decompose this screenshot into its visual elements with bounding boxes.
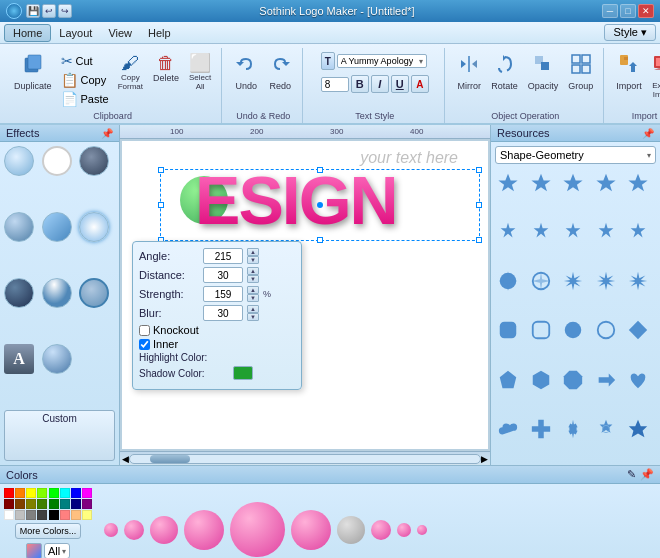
swatch-blue[interactable] [71, 488, 81, 498]
swatch-silver[interactable] [15, 510, 25, 520]
effect-shiny[interactable] [42, 278, 72, 308]
swatch-dark-green[interactable] [37, 499, 47, 509]
swatch-dark-red[interactable] [4, 499, 14, 509]
shape-6star-4[interactable] [593, 219, 619, 245]
canvas-content[interactable]: your text here D ESIGN [122, 141, 488, 449]
close-button[interactable]: ✕ [638, 4, 654, 18]
edit-colors-icon[interactable]: ✎ [627, 468, 636, 481]
shape-circle-2[interactable] [593, 317, 619, 343]
save-quick-btn[interactable]: 💾 [26, 4, 40, 18]
effect-btn2[interactable] [42, 344, 72, 374]
swatch-teal[interactable] [60, 499, 70, 509]
shape-rounded-2[interactable] [528, 317, 554, 343]
shape-5star-3[interactable] [560, 170, 586, 196]
swatch-dark-gray[interactable] [37, 510, 47, 520]
shape-6star-5[interactable] [625, 219, 651, 245]
blur-up[interactable]: ▲ [247, 305, 259, 313]
maximize-button[interactable]: □ [620, 4, 636, 18]
horizontal-scrollbar[interactable] [129, 454, 481, 464]
opacity-button[interactable]: Opacity [524, 50, 563, 93]
angle-input[interactable] [203, 248, 243, 264]
shape-burst-2[interactable] [528, 268, 554, 294]
shape-5star-2[interactable] [528, 170, 554, 196]
shape-diamond[interactable] [625, 317, 651, 343]
swatch-yellow[interactable] [26, 488, 36, 498]
shape-rounded-1[interactable] [495, 317, 521, 343]
shape-hexagon[interactable] [528, 367, 554, 393]
swatch-olive[interactable] [26, 499, 36, 509]
shape-octagon[interactable] [560, 367, 586, 393]
swatch-navy[interactable] [71, 499, 81, 509]
swatch-purple[interactable] [82, 499, 92, 509]
resources-dropdown[interactable]: Shape-Geometry ▾ [495, 146, 656, 164]
gradient-preview[interactable] [26, 543, 42, 558]
shape-badge[interactable] [593, 416, 619, 442]
swatch-white[interactable] [4, 510, 14, 520]
effect-emboss[interactable] [4, 212, 34, 242]
swatch-yellow-green[interactable] [37, 488, 47, 498]
italic-button[interactable]: I [371, 75, 389, 93]
swatch-brown[interactable] [15, 499, 25, 509]
knockout-checkbox[interactable] [139, 325, 150, 336]
bold-button[interactable]: B [351, 75, 369, 93]
shadow-color-swatch[interactable] [233, 366, 253, 380]
swatch-red[interactable] [4, 488, 14, 498]
handle-middle-right[interactable] [476, 202, 482, 208]
shape-gear[interactable] [560, 416, 586, 442]
strength-down[interactable]: ▼ [247, 294, 259, 302]
delete-button[interactable]: 🗑 Delete [149, 52, 183, 85]
shape-starburst-1[interactable] [560, 268, 586, 294]
shape-circle-1[interactable] [560, 317, 586, 343]
shape-pentagon[interactable] [495, 367, 521, 393]
angle-up[interactable]: ▲ [247, 248, 259, 256]
swatch-light-yellow[interactable] [82, 510, 92, 520]
scroll-right[interactable]: ▶ [481, 454, 488, 464]
scrollbar-thumb-h[interactable] [150, 455, 190, 463]
blur-input[interactable] [203, 305, 243, 321]
shape-5star-4[interactable] [593, 170, 619, 196]
shape-heart[interactable] [625, 367, 651, 393]
effect-gradient[interactable] [42, 212, 72, 242]
copy-button[interactable]: 📋 Copy [58, 71, 112, 89]
color-style-dropdown[interactable]: All ▾ [44, 543, 70, 558]
more-colors-button[interactable]: More Colors... [15, 523, 82, 539]
export-image-button[interactable]: ExportImage [648, 50, 660, 101]
effects-pin[interactable]: 📌 [101, 128, 113, 139]
shape-starburst-3[interactable] [625, 268, 651, 294]
shape-starburst-2[interactable] [593, 268, 619, 294]
effect-outline[interactable] [42, 146, 72, 176]
colors-panel-pin[interactable]: 📌 [640, 468, 654, 481]
underline-button[interactable]: U [391, 75, 409, 93]
effect-text-a[interactable]: A [4, 344, 34, 374]
resources-pin[interactable]: 📌 [642, 128, 654, 139]
blur-down[interactable]: ▼ [247, 313, 259, 321]
strength-up[interactable]: ▲ [247, 286, 259, 294]
distance-input[interactable] [203, 267, 243, 283]
swatch-medium-green[interactable] [49, 499, 59, 509]
font-family-dropdown[interactable]: A Yummy Apology ▾ [337, 54, 427, 68]
angle-down[interactable]: ▼ [247, 256, 259, 264]
effect-current[interactable] [79, 278, 109, 308]
swatch-gray[interactable] [26, 510, 36, 520]
scroll-left[interactable]: ◀ [122, 454, 129, 464]
custom-button[interactable]: Custom [4, 410, 115, 461]
handle-top-right[interactable] [476, 167, 482, 173]
menu-help[interactable]: Help [140, 25, 179, 41]
menu-layout[interactable]: Layout [51, 25, 100, 41]
select-all-button[interactable]: ⬜ SelectAll [185, 52, 215, 93]
cut-button[interactable]: ✂ Cut [58, 52, 112, 70]
shape-5star-5[interactable] [625, 170, 651, 196]
shape-6star-1[interactable] [495, 219, 521, 245]
effect-dark2[interactable] [4, 278, 34, 308]
shape-arrow[interactable] [593, 367, 619, 393]
style-button[interactable]: Style ▾ [604, 24, 656, 41]
menu-home[interactable]: Home [4, 24, 51, 42]
redo-quick-btn[interactable]: ↪ [58, 4, 72, 18]
effect-glow[interactable] [79, 212, 109, 242]
redo-button[interactable]: Redo [264, 50, 296, 93]
handle-bottom-right[interactable] [476, 237, 482, 243]
swatch-cyan[interactable] [60, 488, 70, 498]
swatch-black[interactable] [49, 510, 59, 520]
shape-cloud[interactable] [495, 416, 521, 442]
distance-up[interactable]: ▲ [247, 267, 259, 275]
